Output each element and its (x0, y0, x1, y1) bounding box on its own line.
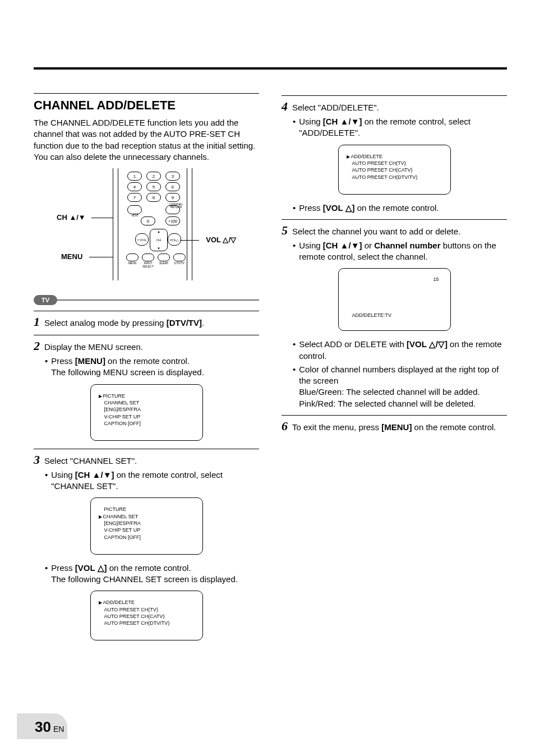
bullet-text: Using [CH ▲/▼] on the remote control, se… (51, 469, 259, 492)
step-number: 6 (282, 419, 288, 434)
right-column: 4 Select "ADD/DELETE". • Using [CH ▲/▼] … (282, 90, 507, 648)
key-7: 7 (127, 193, 142, 202)
manual-page: CHANNEL ADD/DELETE The CHANNEL ADD/DELET… (0, 0, 535, 756)
step-title: Select "ADD/DELETE". (292, 102, 379, 113)
callout-ch-label: CH ▲/▼ (57, 213, 86, 222)
step-text: Select analog mode by pressing [DTV/TV]. (44, 317, 204, 329)
bullet-dot: • (293, 202, 296, 214)
text-bold: [VOL △/▽] (407, 339, 448, 349)
adddelete-label: ADD/DELETE:TV (352, 312, 392, 318)
callout-menu-label: MENU (61, 252, 82, 261)
remote-dpad: ▽VOL ▲ CH ▼ VOL△ (136, 229, 180, 249)
arrow-right-icon (99, 393, 103, 399)
osd-line: AUTO PRESET CH(TV) (99, 606, 197, 613)
text: Press (51, 563, 75, 573)
text-bold: [VOL △] (323, 203, 355, 213)
step-6: 6 To exit the menu, press [MENU] on the … (282, 419, 507, 434)
key-1: 1 (127, 172, 142, 181)
text: Color of channel numbers displayed at th… (299, 365, 499, 385)
lbl-menu: MENU (126, 261, 139, 268)
step-number: 5 (282, 223, 288, 238)
text: Blue/Green: The selected channel will be… (299, 387, 479, 397)
btn-dtvtv (173, 253, 186, 261)
bullet-text: Using [CH ▲/▼] on the remote control, se… (299, 116, 507, 139)
text: on the remote control. (355, 203, 439, 213)
text-bold: [DTV/TV] (167, 318, 202, 328)
tv-rule (57, 299, 259, 301)
text: Press (299, 203, 323, 213)
text: on the remote control. (412, 422, 496, 432)
text: or (362, 241, 374, 250)
bullet-dot: • (293, 364, 296, 409)
text-bold: [CH ▲/▼] (75, 470, 114, 480)
osd-line: AUTO PRESET CH(DTV/TV) (347, 174, 445, 181)
osd-line: V-CHIP SET UP (99, 413, 197, 420)
callout-line (91, 218, 113, 218)
step-bullet: • Press [VOL △] on the remote control. (293, 202, 507, 214)
step-number: 2 (34, 339, 40, 353)
bullet-text: Press [VOL △] on the remote control. The… (51, 563, 238, 586)
text: The following CHANNEL SET screen is disp… (51, 574, 238, 584)
dpad-ch: ▲ CH ▼ (150, 229, 168, 251)
channel-number: 15 (433, 276, 439, 282)
key-ent (127, 205, 142, 214)
bullet-dot: • (293, 116, 296, 139)
dpad-vol-left: ▽VOL (135, 233, 149, 246)
key-3: 3 (165, 172, 180, 181)
key-2: 2 (146, 172, 161, 181)
osd-item: ADD/DELETE (351, 154, 383, 159)
text-bold: [CH ▲/▼] (323, 241, 362, 250)
remote-body: 1 2 3 4 5 6 7 8 9 (113, 168, 192, 280)
step-5: 5 Select the channel you want to add or … (282, 223, 507, 238)
ent-label: –/ENT (127, 214, 142, 217)
osd-line: [ENG]/ESP/FRA (99, 406, 197, 413)
text-bold: [VOL △] (75, 563, 107, 573)
step-bullet: • Using [CH ▲/▼] or Channel number butto… (293, 240, 507, 263)
osd-line: ADD/DELETE (347, 153, 445, 160)
osd-line: V-CHIP SET UP (99, 527, 197, 533)
step-4: 4 Select "ADD/DELETE". (282, 99, 507, 114)
step-1: 1 Select analog mode by pressing [DTV/TV… (34, 315, 259, 329)
remote-illustration: CH ▲/▼ MENU VOL △/▽ 1 2 3 4 5 6 (57, 168, 236, 292)
btn-sleep (158, 253, 170, 261)
step-number: 4 (282, 99, 288, 114)
bullet-dot: • (293, 240, 296, 263)
step-divider (34, 449, 259, 449)
step-title: Display the MENU screen. (44, 342, 143, 353)
key-9: 9 (165, 193, 180, 202)
osd-line: AUTO PRESET CH(DTV/TV) (99, 620, 197, 626)
tv-pill: TV (34, 295, 57, 305)
step-divider (34, 335, 259, 335)
osd-line: CAPTION [OFF] (99, 534, 197, 541)
osd-chset-2: ADD/DELETE AUTO PRESET CH(TV) AUTO PRESE… (338, 145, 451, 195)
step-divider (34, 311, 259, 311)
step-2: 2 Display the MENU screen. (34, 339, 259, 353)
remote-inner: 1 2 3 4 5 6 7 8 9 (118, 168, 187, 280)
callout-vol-label: VOL △/▽ (206, 236, 236, 244)
left-column: CHANNEL ADD/DELETE The CHANNEL ADD/DELET… (34, 90, 259, 648)
tv-pill-row: TV (34, 295, 259, 305)
osd-line: AUTO PRESET CH(TV) (347, 160, 445, 167)
step-bullet: • Using [CH ▲/▼] on the remote control, … (293, 116, 507, 139)
bullet-dot: • (45, 356, 48, 379)
dpad-ch-label: CH (150, 238, 167, 242)
callout-line (89, 257, 113, 257)
key-plus100: +100 (165, 216, 180, 225)
step-divider (282, 415, 507, 416)
top-rule (34, 67, 507, 70)
text: on the remote control. (105, 356, 190, 366)
step-bullet: • Press [MENU] on the remote control. Th… (45, 356, 259, 379)
text: The following MENU screen is displayed. (51, 367, 204, 377)
remote-row5: 0 +100 (141, 216, 180, 225)
arrow-right-icon (347, 154, 351, 159)
bullet-dot: • (45, 563, 48, 586)
step-bullet: • Using [CH ▲/▼] on the remote control, … (45, 469, 259, 492)
bullet-text: Select ADD or DELETE with [VOL △/▽] on t… (299, 339, 507, 362)
bullet-text: Using [CH ▲/▼] or Channel number buttons… (299, 240, 507, 263)
step-bullet: • Press [VOL △] on the remote control. T… (45, 563, 259, 586)
text-bold: [MENU] (75, 356, 105, 366)
section-divider (34, 93, 259, 94)
osd-line: PICTURE (99, 506, 197, 513)
step-bullet: • Select ADD or DELETE with [VOL △/▽] on… (293, 339, 507, 362)
text: Using (299, 241, 323, 250)
